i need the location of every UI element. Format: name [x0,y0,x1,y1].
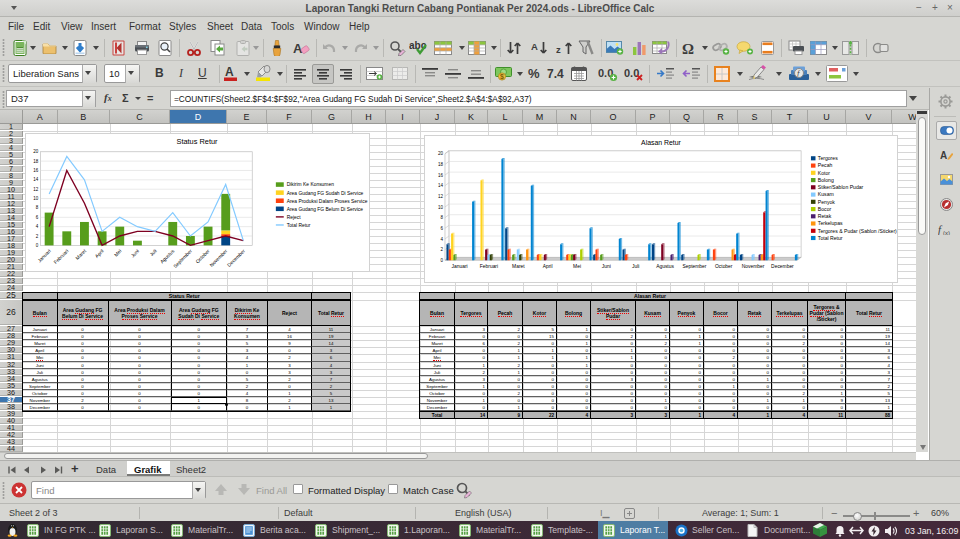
svg-text:12: 12 [438,194,444,199]
svg-text:Area Gudang FG Sudah Di Servic: Area Gudang FG Sudah Di Service [287,191,364,196]
svg-text:Reject: Reject [287,215,302,220]
svg-text:Februari: Februari [480,264,498,269]
svg-text:14: 14 [438,183,444,188]
svg-text:A: A [225,65,234,79]
svg-text:Juni: Juni [130,248,140,258]
svg-text:Juli: Juli [632,264,639,269]
svg-text:Maret: Maret [512,264,525,269]
svg-text:Mei: Mei [113,248,122,257]
svg-text:20: 20 [33,149,39,154]
svg-text:(x): (x) [943,230,950,235]
svg-text:Juli: Juli [149,248,158,257]
svg-text:8: 8 [440,215,443,220]
svg-text:Januari: Januari [452,264,468,269]
svg-text:10: 10 [438,205,444,210]
svg-text:0: 0 [36,243,39,248]
svg-text:Alasan Retur: Alasan Retur [641,139,682,146]
svg-text:Mei: Mei [573,264,581,269]
svg-text:Retak: Retak [818,213,832,219]
svg-text:A: A [531,41,538,52]
svg-text:2: 2 [440,247,443,252]
svg-text:0.0: 0.0 [624,67,639,79]
svg-text:Februari: Februari [53,248,69,264]
svg-text:4: 4 [36,224,39,229]
svg-text:Status Retur: Status Retur [177,137,219,146]
svg-text:Total Retur: Total Retur [287,223,311,228]
svg-text:ƒ: ƒ [797,69,801,78]
svg-text:16: 16 [438,173,444,178]
svg-text:2: 2 [36,234,39,239]
svg-text:Area Produksi Dalam Proses Ser: Area Produksi Dalam Proses Service [287,199,368,204]
svg-text:November: November [209,248,229,268]
svg-text:September: September [173,248,194,269]
svg-text:$: $ [500,73,504,81]
svg-text:Penyok: Penyok [818,199,835,205]
svg-text:Pecah: Pecah [818,162,833,168]
svg-text:October: October [715,264,733,269]
svg-text:Agustus: Agustus [656,264,674,269]
svg-text:6: 6 [36,215,39,220]
svg-text:Terkelupas: Terkelupas [818,220,843,226]
svg-text:Kusam: Kusam [818,191,834,197]
svg-text:Maret: Maret [75,248,88,261]
svg-text:December: December [227,248,247,268]
svg-text:6: 6 [440,226,443,231]
svg-text:Bolong: Bolong [818,177,834,183]
svg-text:April: April [94,248,104,258]
svg-text:Bocor: Bocor [818,206,832,212]
svg-text:Tergores: Tergores [818,155,838,161]
svg-text:A: A [940,150,947,161]
svg-text:4: 4 [440,237,443,242]
svg-text:18: 18 [438,162,444,167]
svg-text:Area Gudang FG Belum Di Servic: Area Gudang FG Belum Di Service [287,207,364,212]
svg-text:16: 16 [33,168,39,173]
svg-text:10: 10 [33,196,39,201]
svg-text:Agustus: Agustus [159,248,175,264]
svg-text:Januari: Januari [37,248,52,263]
svg-text:18: 18 [33,159,39,164]
svg-text:0: 0 [440,258,443,263]
svg-text:Tergores & Pudar (Sablon /Stic: Tergores & Pudar (Sablon /Sticker) [818,228,897,234]
svg-text:Juni: Juni [602,264,611,269]
svg-text:Total Retur: Total Retur [818,235,843,241]
svg-text:April: April [543,264,553,269]
svg-text:September: September [682,264,706,269]
svg-text:z: z [556,44,561,55]
svg-text:October: October [195,248,211,264]
svg-text:Ω: Ω [682,41,694,55]
svg-text:Kotor: Kotor [818,170,831,176]
svg-text:A: A [293,41,303,55]
svg-text:20: 20 [438,151,444,156]
svg-text:14: 14 [33,177,39,182]
svg-text:8: 8 [36,205,39,210]
svg-text:12: 12 [33,187,39,192]
svg-text:Dikirim Ke Konsumen: Dikirim Ke Konsumen [287,182,334,187]
svg-text:Stiker/Sablon Pudar: Stiker/Sablon Pudar [818,184,864,190]
svg-text:December: December [771,264,794,269]
svg-text:November: November [742,264,765,269]
